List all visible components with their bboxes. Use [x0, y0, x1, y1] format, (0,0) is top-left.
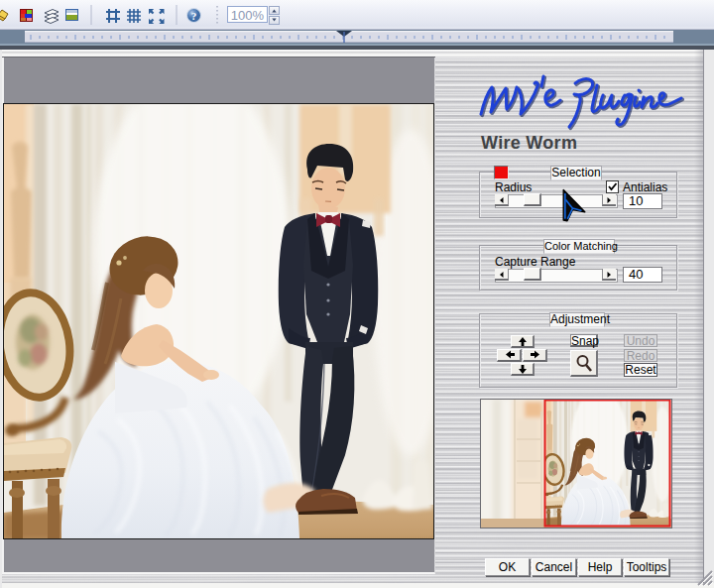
- svg-text:?: ?: [191, 10, 197, 22]
